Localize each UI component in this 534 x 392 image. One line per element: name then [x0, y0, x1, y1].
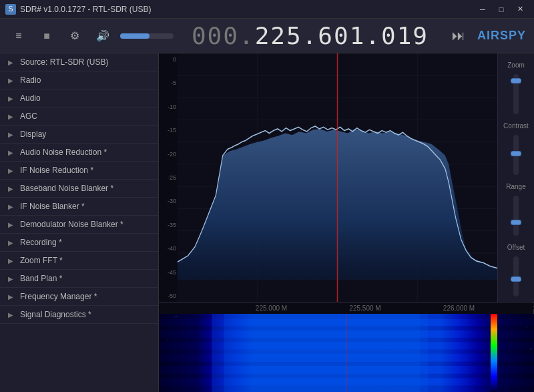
range-thumb[interactable]	[511, 220, 521, 225]
skip-button[interactable]: ⏭	[447, 25, 471, 46]
right-panel: 0-5-10-15-20-25-30-35-40-45-50	[159, 53, 534, 392]
frequency-display: 000.225.601.019	[180, 22, 440, 49]
offset-slider[interactable]	[513, 256, 519, 297]
svg-rect-36	[167, 340, 168, 341]
y-label-9: -45	[160, 269, 176, 276]
zoom-label: Zoom	[507, 61, 525, 69]
sidebar-item-3[interactable]: ▶AGC	[0, 108, 158, 126]
sidebar-label-7: Baseband Noise Blanker *	[20, 184, 113, 193]
range-slider[interactable]	[513, 196, 519, 236]
titlebar-controls: ─ □ ✕	[474, 3, 529, 16]
freq-axis: 225.000 M 225.500 M 226.000 M 226.500 M	[159, 302, 534, 314]
freq-label-1: 225.000 M	[256, 305, 287, 312]
sidebar-label-11: Zoom FFT *	[20, 256, 63, 265]
sidebar-arrow-10: ▶	[7, 238, 15, 246]
contrast-thumb[interactable]	[511, 151, 521, 156]
sidebar-item-8[interactable]: ▶IF Noise Blanker *	[0, 198, 158, 216]
freq-prefix: 000.	[192, 22, 255, 49]
sidebar-arrow-11: ▶	[7, 256, 15, 264]
freq-label-2: 225.500 M	[349, 305, 380, 312]
freq-label-3: 226.000 M	[443, 305, 475, 312]
svg-rect-37	[530, 349, 531, 349]
sidebar-item-14[interactable]: ▶Signal Diagnostics *	[0, 306, 158, 324]
sidebar-item-6[interactable]: ▶IF Noise Reduction *	[0, 162, 158, 180]
y-label-1: -5	[160, 79, 176, 86]
y-label-3: -15	[160, 127, 176, 134]
zoom-thumb[interactable]	[511, 78, 521, 83]
sidebar-arrow-5: ▶	[7, 148, 15, 156]
menu-button[interactable]: ≡	[8, 25, 29, 47]
sidebar-arrow-2: ▶	[7, 94, 15, 102]
stop-button[interactable]: ■	[36, 25, 57, 47]
spectrum-canvas-area[interactable]	[178, 53, 497, 302]
sidebar-item-9[interactable]: ▶Demodulator Noise Blanker *	[0, 216, 158, 234]
waterfall-container[interactable]	[159, 314, 534, 392]
range-label: Range	[506, 183, 525, 190]
titlebar-left: S SDR# v1.0.0.1727 - RTL-SDR (USB)	[5, 4, 152, 15]
y-axis: 0-5-10-15-20-25-30-35-40-45-50	[159, 53, 178, 302]
sidebar-item-10[interactable]: ▶Recording *	[0, 234, 158, 252]
volume-button[interactable]: 🔊	[92, 25, 113, 47]
svg-rect-33	[175, 316, 176, 317]
y-label-7: -35	[160, 222, 176, 228]
colorbar	[491, 314, 497, 392]
contrast-label: Contrast	[503, 122, 529, 130]
y-label-6: -30	[160, 198, 176, 204]
offset-label: Offset	[507, 244, 525, 251]
main-content: ▶Source: RTL-SDR (USB)▶Radio▶Audio▶AGC▶D…	[0, 53, 534, 392]
sidebar-arrow-8: ▶	[7, 202, 15, 210]
side-controls: Zoom Contrast Range Offset	[497, 53, 534, 302]
offset-thumb[interactable]	[511, 276, 521, 282]
y-label-8: -40	[160, 245, 176, 252]
sidebar-item-13[interactable]: ▶Frequency Manager *	[0, 288, 158, 306]
sidebar-label-3: AGC	[20, 112, 37, 121]
y-label-0: 0	[160, 56, 176, 63]
sidebar-arrow-12: ▶	[7, 274, 15, 282]
svg-rect-35	[526, 327, 527, 328]
titlebar: S SDR# v1.0.0.1727 - RTL-SDR (USB) ─ □ ✕	[0, 0, 534, 19]
sidebar-item-0[interactable]: ▶Source: RTL-SDR (USB)	[0, 53, 158, 71]
sidebar-label-8: IF Noise Blanker *	[20, 202, 85, 211]
waterfall-svg	[159, 314, 534, 392]
sidebar-arrow-4: ▶	[7, 130, 15, 138]
app-icon: S	[5, 4, 16, 15]
volume-fill	[120, 33, 150, 39]
app-icon-letter: S	[9, 5, 13, 13]
sidebar-label-2: Audio	[20, 93, 41, 103]
sidebar-label-13: Frequency Manager *	[20, 292, 97, 301]
sidebar-arrow-1: ▶	[7, 76, 15, 84]
sidebar-label-0: Source: RTL-SDR (USB)	[20, 57, 108, 67]
minimize-button[interactable]: ─	[474, 3, 491, 16]
sidebar-label-6: IF Noise Reduction *	[20, 166, 93, 175]
sidebar-arrow-14: ▶	[7, 311, 15, 319]
sidebar-label-1: Radio	[20, 75, 41, 85]
spectrum-container: 0-5-10-15-20-25-30-35-40-45-50	[159, 53, 534, 302]
sidebar-item-1[interactable]: ▶Radio	[0, 71, 158, 89]
sidebar: ▶Source: RTL-SDR (USB)▶Radio▶Audio▶AGC▶D…	[0, 53, 159, 392]
settings-button[interactable]: ⚙	[64, 25, 85, 47]
sidebar-label-12: Band Plan *	[20, 274, 62, 283]
sidebar-arrow-13: ▶	[7, 292, 15, 301]
sidebar-item-11[interactable]: ▶Zoom FFT *	[0, 252, 158, 270]
freq-main: 225.601.019	[255, 22, 429, 49]
sidebar-arrow-3: ▶	[7, 112, 15, 120]
spectrum-svg	[178, 53, 497, 302]
close-button[interactable]: ✕	[511, 3, 529, 16]
volume-slider[interactable]	[120, 33, 174, 39]
contrast-slider[interactable]	[513, 135, 519, 175]
titlebar-title: SDR# v1.0.0.1727 - RTL-SDR (USB)	[20, 5, 152, 14]
sidebar-item-12[interactable]: ▶Band Plan *	[0, 270, 158, 288]
sidebar-arrow-6: ▶	[7, 166, 15, 174]
svg-rect-31	[224, 314, 420, 392]
maximize-button[interactable]: □	[493, 3, 510, 16]
y-label-5: -25	[160, 174, 176, 181]
zoom-slider[interactable]	[513, 74, 519, 114]
sidebar-item-2[interactable]: ▶Audio	[0, 89, 158, 108]
airspy-logo: AIRSPY	[477, 29, 526, 43]
sidebar-item-4[interactable]: ▶Display	[0, 126, 158, 144]
sidebar-label-14: Signal Diagnostics *	[20, 310, 91, 319]
sidebar-item-5[interactable]: ▶Audio Noise Reduction *	[0, 144, 158, 162]
sidebar-item-7[interactable]: ▶Baseband Noise Blanker *	[0, 180, 158, 198]
sidebar-arrow-9: ▶	[7, 220, 15, 228]
sidebar-list: ▶Source: RTL-SDR (USB)▶Radio▶Audio▶AGC▶D…	[0, 53, 158, 392]
